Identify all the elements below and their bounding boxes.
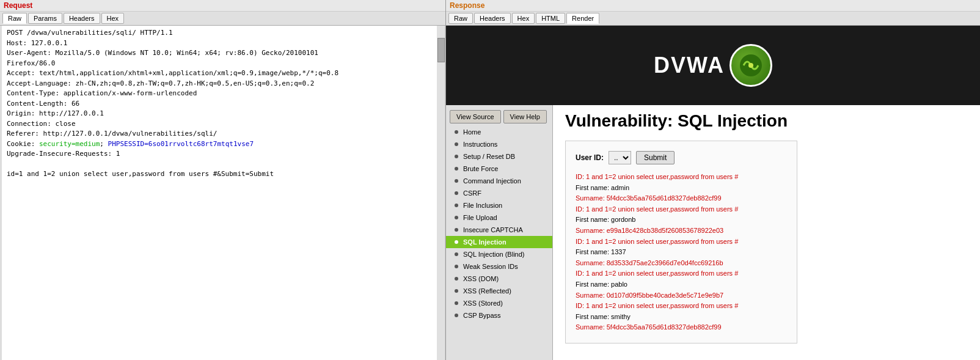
sidebar-item-xss-stored-[interactable]: XSS (Stored): [446, 297, 552, 309]
sidebar-item-setup-reset-db[interactable]: Setup / Reset DB: [446, 150, 552, 163]
response-tab-html[interactable]: HTML: [536, 13, 565, 24]
cookie-eq2: =: [144, 140, 148, 148]
tab-raw[interactable]: Raw: [2, 13, 27, 24]
result-line: Surname: 0d107d09f5bbe40cade3de5c71e9e9b…: [576, 290, 787, 301]
scroll-thumb[interactable]: [437, 38, 445, 62]
request-line: User-Agent: Mozilla/5.0 (Windows NT 10.0…: [7, 48, 432, 59]
request-body: POST /dvwa/vulnerabilities/sqli/ HTTP/1.…: [0, 26, 437, 360]
request-scrollbar[interactable]: [437, 26, 445, 360]
sidebar-bullet-icon: [455, 265, 458, 268]
sidebar-item-xss-reflected-[interactable]: XSS (Reflected): [446, 285, 552, 297]
cookie-eq1: =: [71, 140, 76, 148]
user-id-label: User ID:: [576, 153, 604, 162]
result-line: First name: pablo: [576, 279, 787, 290]
request-line: Content-Type: application/x-www-form-url…: [7, 89, 432, 99]
sidebar-item-xss-dom-[interactable]: XSS (DOM): [446, 273, 552, 285]
dvwa-body: View Source View Help HomeInstructionsSe…: [446, 105, 980, 360]
sidebar-item-label: XSS (Reflected): [463, 287, 511, 295]
sidebar-item-command-injection[interactable]: Command Injection: [446, 175, 552, 187]
sidebar-item-sql-injection-blind-[interactable]: SQL Injection (Blind): [446, 248, 552, 260]
result-line: Surname: e99a18c428cb38d5f260853678922e0…: [576, 226, 787, 237]
result-line: First name: 1337: [576, 247, 787, 258]
result-line: First name: gordonb: [576, 215, 787, 226]
sidebar-item-label: Instructions: [463, 141, 497, 148]
sidebar-item-label: File Upload: [463, 214, 497, 221]
result-line: ID: 1 and 1=2 union select user,password…: [576, 301, 787, 312]
sidebar-item-brute-force[interactable]: Brute Force: [446, 163, 552, 175]
view-help-button[interactable]: View Help: [503, 110, 547, 123]
results-container: ID: 1 and 1=2 union select user,password…: [576, 172, 787, 333]
result-line: First name: smithy: [576, 312, 787, 323]
result-line: ID: 1 and 1=2 union select user,password…: [576, 172, 787, 183]
request-line: Referer: http://127.0.0.1/dvwa/vulnerabi…: [7, 129, 432, 139]
upgrade-insecure-line: Upgrade-Insecure-Requests: 1: [7, 149, 432, 160]
response-tab-bar: Raw Headers Hex HTML Render: [446, 12, 980, 26]
sidebar-item-file-upload[interactable]: File Upload: [446, 211, 552, 224]
cookie-security-val: medium: [76, 140, 100, 148]
dvwa-header: DVWA: [446, 26, 980, 105]
sidebar-item-weak-session-ids[interactable]: Weak Session IDs: [446, 260, 552, 273]
request-line: POST /dvwa/vulnerabilities/sqli/ HTTP/1.…: [7, 28, 432, 39]
tab-headers[interactable]: Headers: [64, 13, 100, 24]
result-line: Surname: 5f4dcc3b5aa765d61d8327deb882cf9…: [576, 322, 787, 333]
submit-button[interactable]: Submit: [636, 151, 675, 164]
result-line: Surname: 8d3533d75ae2c3966d7e0d4fcc69216…: [576, 258, 787, 269]
page-title: Vulnerability: SQL Injection: [565, 111, 968, 131]
sidebar-item-label: XSS (DOM): [463, 275, 499, 282]
user-id-row: User ID: .. Submit: [576, 151, 787, 164]
response-tab-headers[interactable]: Headers: [474, 13, 511, 24]
sidebar-item-sql-injection[interactable]: SQL Injection: [446, 236, 552, 248]
sidebar-item-label: Command Injection: [463, 177, 521, 185]
result-line: Surname: 5f4dcc3b5aa765d61d8327deb882cf9…: [576, 193, 787, 204]
sidebar-item-csrf[interactable]: CSRF: [446, 187, 552, 199]
sidebar-bullet-icon: [455, 301, 458, 305]
cookie-phpsessid-val: 6so01rrvoltc68rt7mtqt1vse7: [148, 140, 254, 148]
result-line: First name: admin: [576, 183, 787, 194]
response-panel-title: Response: [446, 0, 980, 12]
sidebar-item-label: File Inclusion: [463, 202, 502, 209]
request-tab-bar: Raw Params Headers Hex: [0, 12, 445, 26]
cookie-security-key: security: [39, 140, 71, 148]
post-data-line: id=1 and 1=2 union select user,password …: [7, 169, 432, 180]
response-tab-hex[interactable]: Hex: [512, 13, 535, 24]
dvwa-logo: DVWA: [654, 44, 772, 87]
sidebar-item-csp-bypass[interactable]: CSP Bypass: [446, 309, 552, 321]
request-line: Host: 127.0.0.1: [7, 39, 432, 49]
sidebar-bullet-icon: [455, 130, 458, 134]
sidebar-nav: HomeInstructionsSetup / Reset DBBrute Fo…: [446, 126, 552, 321]
sidebar-item-file-inclusion[interactable]: File Inclusion: [446, 199, 552, 211]
request-line: Origin: http://127.0.0.1: [7, 109, 432, 119]
response-tab-render[interactable]: Render: [566, 13, 599, 24]
cookie-semi: ;: [100, 140, 108, 148]
sidebar-item-label: Insecure CAPTCHA: [463, 226, 523, 233]
sidebar-item-label: Setup / Reset DB: [463, 153, 515, 160]
request-panel-title: Request: [0, 0, 445, 12]
sidebar-item-home[interactable]: Home: [446, 126, 552, 138]
response-tab-raw[interactable]: Raw: [448, 13, 473, 24]
sidebar-bullet-icon: [455, 204, 458, 207]
sidebar-bullet-icon: [455, 155, 458, 158]
svg-point-1: [748, 63, 753, 68]
sidebar-bullet-icon: [455, 167, 458, 171]
sidebar-bullet-icon: [455, 228, 458, 232]
result-line: ID: 1 and 1=2 union select user,password…: [576, 237, 787, 248]
tab-params[interactable]: Params: [28, 13, 62, 24]
sidebar-bullet-icon: [455, 277, 458, 281]
request-line: Accept: text/html,application/xhtml+xml,…: [7, 68, 432, 79]
sidebar-item-label: Home: [463, 128, 481, 136]
request-line: Firefox/86.0: [7, 59, 432, 69]
tab-hex[interactable]: Hex: [101, 13, 125, 24]
sidebar-item-instructions[interactable]: Instructions: [446, 138, 552, 150]
sidebar-item-label: SQL Injection: [463, 238, 506, 246]
left-request-panel: Request Raw Params Headers Hex POST /dvw…: [0, 0, 446, 360]
request-line: Content-Length: 66: [7, 99, 432, 109]
view-source-button[interactable]: View Source: [450, 110, 501, 123]
sidebar-item-label: CSRF: [463, 189, 481, 197]
sidebar-bullet-icon: [455, 179, 458, 183]
user-id-select[interactable]: ..: [609, 151, 631, 164]
sidebar-bullet-icon: [455, 142, 458, 146]
sidebar-item-insecure-captcha[interactable]: Insecure CAPTCHA: [446, 224, 552, 236]
cookie-phpsessid-key: PHPSESSID: [108, 140, 145, 148]
dvwa-main-content: Vulnerability: SQL Injection User ID: ..…: [553, 105, 980, 360]
result-line: ID: 1 and 1=2 union select user,password…: [576, 268, 787, 279]
